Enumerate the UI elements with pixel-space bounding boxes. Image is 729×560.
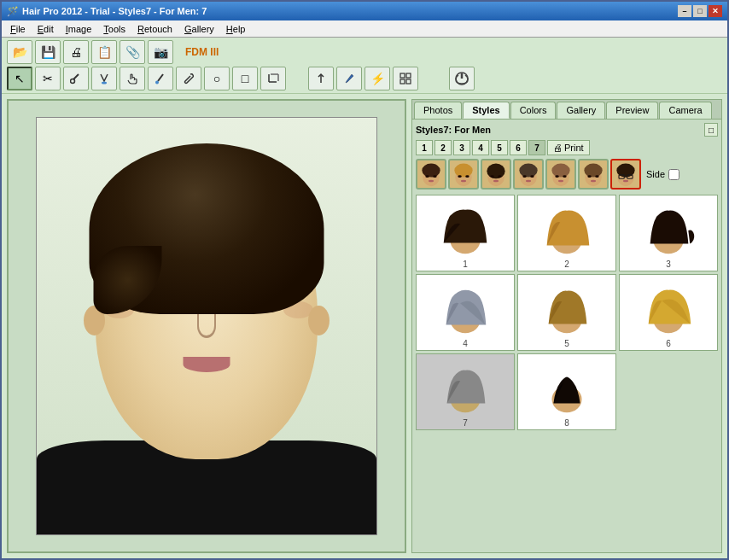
svg-point-36 [551,164,569,178]
print-button[interactable]: 🖨 [63,40,89,64]
select-tool[interactable]: ↖ [7,67,32,90]
hand-tool[interactable] [120,67,145,90]
portrait-ear-right [308,306,330,335]
hair-style-1[interactable]: 1 [416,195,515,271]
nav-6[interactable]: 6 [510,140,527,155]
face-thumb-5[interactable] [545,159,576,190]
face-thumb-4[interactable] [513,159,544,190]
face-thumb-1[interactable] [416,159,446,190]
window-title: Hair Pro 2012 - Trial - Styles7 - For Me… [22,6,207,16]
hair-style-3[interactable]: 3 [619,195,718,271]
paste-button[interactable]: 📎 [120,40,145,64]
copy-button[interactable]: 📋 [91,40,117,64]
menu-gallery[interactable]: Gallery [179,22,219,36]
rect-tool[interactable]: □ [232,67,258,90]
hair-image-8 [537,365,597,417]
tabs: Photos Styles Colors Gallery Preview Cam… [412,100,721,120]
app-icon: 🪄 [7,6,19,17]
fill-tool[interactable] [91,67,117,90]
brush-tool[interactable] [148,67,173,90]
hair-num-2: 2 [564,260,569,269]
face-thumb-6[interactable] [578,159,609,190]
tab-photos[interactable]: Photos [414,102,462,119]
hair-image-1 [435,207,495,258]
eyedropper-tool[interactable] [63,67,89,90]
svg-point-38 [563,175,566,178]
app-window: 🪄 Hair Pro 2012 - Trial - Styles7 - For … [0,0,729,560]
hair-image-3 [639,207,698,258]
menu-edit[interactable]: Edit [32,22,59,36]
tab-preview[interactable]: Preview [606,102,658,119]
tab-gallery[interactable]: Gallery [557,102,605,119]
hair-num-6: 6 [666,339,671,348]
nav-3[interactable]: 3 [453,140,470,155]
menu-retouch[interactable]: Retouch [132,22,178,36]
minimize-button[interactable]: – [678,5,691,17]
menu-bar: File Edit Image Tools Retouch Gallery He… [2,20,727,38]
svg-rect-12 [400,79,405,84]
svg-point-2 [102,82,107,85]
tab-styles[interactable]: Styles [463,102,509,119]
hair-style-7[interactable]: 7 [416,353,515,430]
open-button[interactable]: 📂 [7,40,32,64]
svg-point-19 [429,180,434,183]
face-thumb-7[interactable] [610,159,641,190]
pin-tool[interactable] [308,67,334,90]
ellipse-tool[interactable]: ○ [204,67,230,90]
grid-tool[interactable] [393,67,418,90]
svg-point-17 [425,175,429,178]
side-checkbox[interactable] [668,169,679,180]
hair-style-5[interactable]: 5 [517,274,616,351]
camera-capture-button[interactable]: 📷 [148,40,173,64]
svg-point-16 [422,164,440,178]
nav-4[interactable]: 4 [472,140,489,155]
collapse-button[interactable]: □ [704,123,718,137]
svg-point-29 [493,180,499,183]
title-bar-left: 🪄 Hair Pro 2012 - Trial - Styles7 - For … [7,6,207,17]
hair-style-4[interactable]: 4 [416,274,515,351]
tab-colors[interactable]: Colors [510,102,557,119]
crop-tool[interactable] [260,67,286,90]
toolbar-row-2: ↖ ✂ ○ □ [7,67,722,90]
lightning-tool[interactable]: ⚡ [364,67,390,90]
svg-point-26 [487,164,504,179]
svg-point-37 [555,175,558,178]
svg-point-41 [584,164,602,178]
menu-file[interactable]: File [5,22,31,36]
menu-tools[interactable]: Tools [98,22,131,36]
tab-camera[interactable]: Camera [659,102,711,119]
hair-num-3: 3 [666,260,671,269]
portrait-nose [197,314,216,338]
cut-tool[interactable]: ✂ [35,67,61,90]
wrench-tool[interactable] [176,67,201,90]
hair-image-7 [435,365,495,417]
save-button[interactable]: 💾 [35,40,61,64]
svg-rect-13 [406,79,411,84]
svg-point-39 [558,180,563,183]
svg-line-3 [158,74,163,81]
hair-style-8[interactable]: 8 [517,353,616,430]
paint-tool[interactable] [336,67,362,90]
hair-num-8: 8 [564,418,569,428]
printer-icon: 🖨 [553,143,563,153]
maximize-button[interactable]: □ [693,5,707,17]
nav-5[interactable]: 5 [491,140,508,155]
face-thumb-2[interactable] [448,159,479,190]
face-thumb-3[interactable] [481,159,511,190]
hair-image-5 [537,286,597,337]
menu-image[interactable]: Image [61,22,97,36]
hair-image-6 [639,286,698,337]
nav-7[interactable]: 7 [528,140,545,155]
print-button[interactable]: 🖨 Print [547,140,590,155]
hair-style-6[interactable]: 6 [619,274,718,351]
hair-style-2[interactable]: 2 [517,195,616,271]
nav-2[interactable]: 2 [434,140,452,155]
tool-label: FDM III [182,46,222,58]
svg-point-22 [458,175,461,178]
canvas-area [7,99,406,553]
close-button[interactable]: ✕ [709,5,722,17]
power-button[interactable] [449,67,475,90]
nav-1[interactable]: 1 [416,140,433,155]
svg-point-31 [519,164,537,178]
menu-help[interactable]: Help [221,22,251,36]
